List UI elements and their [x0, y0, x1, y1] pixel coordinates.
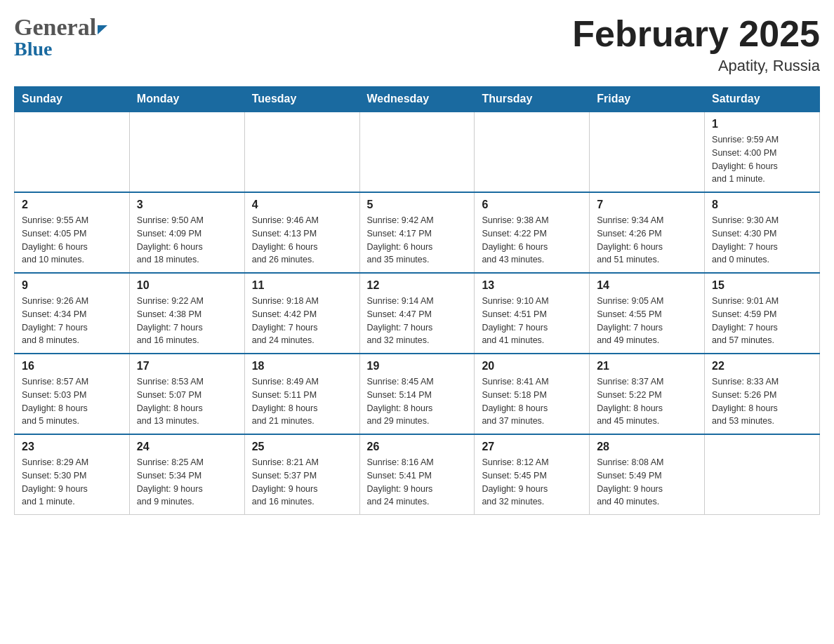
day-number: 3: [137, 199, 237, 211]
day-info: Sunrise: 9:14 AM Sunset: 4:47 PM Dayligh…: [367, 295, 468, 347]
day-info: Sunrise: 9:46 AM Sunset: 4:13 PM Dayligh…: [252, 214, 352, 267]
calendar-cell: 8Sunrise: 9:30 AM Sunset: 4:30 PM Daylig…: [705, 192, 820, 273]
calendar-week-row: 1Sunrise: 9:59 AM Sunset: 4:00 PM Daylig…: [15, 112, 820, 192]
calendar-cell: [475, 112, 590, 192]
day-number: 4: [252, 199, 352, 211]
calendar-header-row: SundayMondayTuesdayWednesdayThursdayFrid…: [15, 87, 820, 112]
calendar-cell: 27Sunrise: 8:12 AM Sunset: 5:45 PM Dayli…: [475, 434, 590, 515]
calendar-cell: 20Sunrise: 8:41 AM Sunset: 5:18 PM Dayli…: [475, 354, 590, 434]
day-info: Sunrise: 8:33 AM Sunset: 5:26 PM Dayligh…: [712, 375, 812, 428]
col-header-sunday: Sunday: [15, 87, 130, 112]
col-header-thursday: Thursday: [475, 87, 590, 112]
calendar-cell: 11Sunrise: 9:18 AM Sunset: 4:42 PM Dayli…: [244, 273, 359, 354]
calendar-week-row: 9Sunrise: 9:26 AM Sunset: 4:34 PM Daylig…: [15, 273, 820, 354]
day-number: 26: [367, 441, 468, 453]
col-header-monday: Monday: [129, 87, 244, 112]
calendar-cell: 10Sunrise: 9:22 AM Sunset: 4:38 PM Dayli…: [129, 273, 244, 354]
calendar-cell: 1Sunrise: 9:59 AM Sunset: 4:00 PM Daylig…: [705, 112, 820, 192]
calendar-cell: 5Sunrise: 9:42 AM Sunset: 4:17 PM Daylig…: [359, 192, 475, 273]
day-info: Sunrise: 8:25 AM Sunset: 5:34 PM Dayligh…: [137, 456, 237, 509]
day-number: 8: [712, 199, 812, 211]
day-number: 12: [367, 279, 468, 292]
day-number: 7: [597, 199, 697, 211]
day-number: 24: [137, 441, 237, 453]
calendar-cell: 9Sunrise: 9:26 AM Sunset: 4:34 PM Daylig…: [15, 273, 130, 354]
calendar-cell: 14Sunrise: 9:05 AM Sunset: 4:55 PM Dayli…: [590, 273, 705, 354]
calendar-cell: 22Sunrise: 8:33 AM Sunset: 5:26 PM Dayli…: [705, 354, 820, 434]
calendar-week-row: 23Sunrise: 8:29 AM Sunset: 5:30 PM Dayli…: [15, 434, 820, 515]
day-info: Sunrise: 8:21 AM Sunset: 5:37 PM Dayligh…: [252, 456, 352, 509]
title-area: February 2025 Apatity, Russia: [572, 14, 820, 75]
calendar-cell: 25Sunrise: 8:21 AM Sunset: 5:37 PM Dayli…: [244, 434, 359, 515]
day-number: 11: [252, 279, 352, 292]
day-info: Sunrise: 9:26 AM Sunset: 4:34 PM Dayligh…: [22, 295, 122, 347]
logo-arrow-icon: [98, 25, 107, 34]
day-number: 13: [482, 279, 582, 292]
day-info: Sunrise: 8:57 AM Sunset: 5:03 PM Dayligh…: [22, 375, 122, 428]
day-number: 21: [597, 360, 697, 373]
calendar-cell: 26Sunrise: 8:16 AM Sunset: 5:41 PM Dayli…: [359, 434, 475, 515]
day-info: Sunrise: 9:50 AM Sunset: 4:09 PM Dayligh…: [137, 214, 237, 267]
calendar-cell: 19Sunrise: 8:45 AM Sunset: 5:14 PM Dayli…: [359, 354, 475, 434]
calendar-cell: 4Sunrise: 9:46 AM Sunset: 4:13 PM Daylig…: [244, 192, 359, 273]
calendar-week-row: 16Sunrise: 8:57 AM Sunset: 5:03 PM Dayli…: [15, 354, 820, 434]
col-header-friday: Friday: [590, 87, 705, 112]
day-number: 10: [137, 279, 237, 292]
calendar-cell: 12Sunrise: 9:14 AM Sunset: 4:47 PM Dayli…: [359, 273, 475, 354]
calendar-cell: 17Sunrise: 8:53 AM Sunset: 5:07 PM Dayli…: [129, 354, 244, 434]
day-number: 2: [22, 199, 122, 211]
calendar-cell: [244, 112, 359, 192]
day-info: Sunrise: 9:18 AM Sunset: 4:42 PM Dayligh…: [252, 295, 352, 347]
day-number: 15: [712, 279, 812, 292]
day-number: 27: [482, 441, 582, 453]
day-number: 18: [252, 360, 352, 373]
col-header-wednesday: Wednesday: [359, 87, 475, 112]
day-number: 1: [712, 118, 812, 130]
day-number: 9: [22, 279, 122, 292]
calendar-cell: 18Sunrise: 8:49 AM Sunset: 5:11 PM Dayli…: [244, 354, 359, 434]
calendar-cell: 2Sunrise: 9:55 AM Sunset: 4:05 PM Daylig…: [15, 192, 130, 273]
calendar-cell: 21Sunrise: 8:37 AM Sunset: 5:22 PM Dayli…: [590, 354, 705, 434]
calendar-cell: [590, 112, 705, 192]
day-number: 28: [597, 441, 697, 453]
day-info: Sunrise: 8:08 AM Sunset: 5:49 PM Dayligh…: [597, 456, 697, 509]
calendar-table: SundayMondayTuesdayWednesdayThursdayFrid…: [14, 86, 820, 515]
calendar-cell: 28Sunrise: 8:08 AM Sunset: 5:49 PM Dayli…: [590, 434, 705, 515]
location: Apatity, Russia: [572, 57, 820, 75]
day-number: 22: [712, 360, 812, 373]
day-number: 5: [367, 199, 468, 211]
calendar-cell: [705, 434, 820, 515]
day-info: Sunrise: 8:29 AM Sunset: 5:30 PM Dayligh…: [22, 456, 122, 509]
calendar-cell: 7Sunrise: 9:34 AM Sunset: 4:26 PM Daylig…: [590, 192, 705, 273]
day-number: 25: [252, 441, 352, 453]
day-info: Sunrise: 8:45 AM Sunset: 5:14 PM Dayligh…: [367, 375, 468, 428]
day-info: Sunrise: 8:41 AM Sunset: 5:18 PM Dayligh…: [482, 375, 582, 428]
calendar-cell: [129, 112, 244, 192]
logo: General Blue: [14, 14, 107, 60]
calendar-cell: 15Sunrise: 9:01 AM Sunset: 4:59 PM Dayli…: [705, 273, 820, 354]
day-number: 20: [482, 360, 582, 373]
day-info: Sunrise: 8:12 AM Sunset: 5:45 PM Dayligh…: [482, 456, 582, 509]
day-info: Sunrise: 8:16 AM Sunset: 5:41 PM Dayligh…: [367, 456, 468, 509]
day-info: Sunrise: 9:05 AM Sunset: 4:55 PM Dayligh…: [597, 295, 697, 347]
day-info: Sunrise: 9:42 AM Sunset: 4:17 PM Dayligh…: [367, 214, 468, 267]
day-info: Sunrise: 9:59 AM Sunset: 4:00 PM Dayligh…: [712, 133, 812, 186]
calendar-cell: 13Sunrise: 9:10 AM Sunset: 4:51 PM Dayli…: [475, 273, 590, 354]
calendar-cell: 16Sunrise: 8:57 AM Sunset: 5:03 PM Dayli…: [15, 354, 130, 434]
day-number: 6: [482, 199, 582, 211]
day-info: Sunrise: 8:49 AM Sunset: 5:11 PM Dayligh…: [252, 375, 352, 428]
page-header: General Blue February 2025 Apatity, Russ…: [14, 14, 820, 75]
day-info: Sunrise: 9:22 AM Sunset: 4:38 PM Dayligh…: [137, 295, 237, 347]
col-header-saturday: Saturday: [705, 87, 820, 112]
calendar-cell: 3Sunrise: 9:50 AM Sunset: 4:09 PM Daylig…: [129, 192, 244, 273]
day-info: Sunrise: 8:53 AM Sunset: 5:07 PM Dayligh…: [137, 375, 237, 428]
day-info: Sunrise: 9:38 AM Sunset: 4:22 PM Dayligh…: [482, 214, 582, 267]
day-number: 16: [22, 360, 122, 373]
logo-general: General: [14, 14, 96, 41]
calendar-week-row: 2Sunrise: 9:55 AM Sunset: 4:05 PM Daylig…: [15, 192, 820, 273]
day-number: 14: [597, 279, 697, 292]
calendar-cell: 23Sunrise: 8:29 AM Sunset: 5:30 PM Dayli…: [15, 434, 130, 515]
col-header-tuesday: Tuesday: [244, 87, 359, 112]
day-info: Sunrise: 9:34 AM Sunset: 4:26 PM Dayligh…: [597, 214, 697, 267]
day-info: Sunrise: 9:01 AM Sunset: 4:59 PM Dayligh…: [712, 295, 812, 347]
